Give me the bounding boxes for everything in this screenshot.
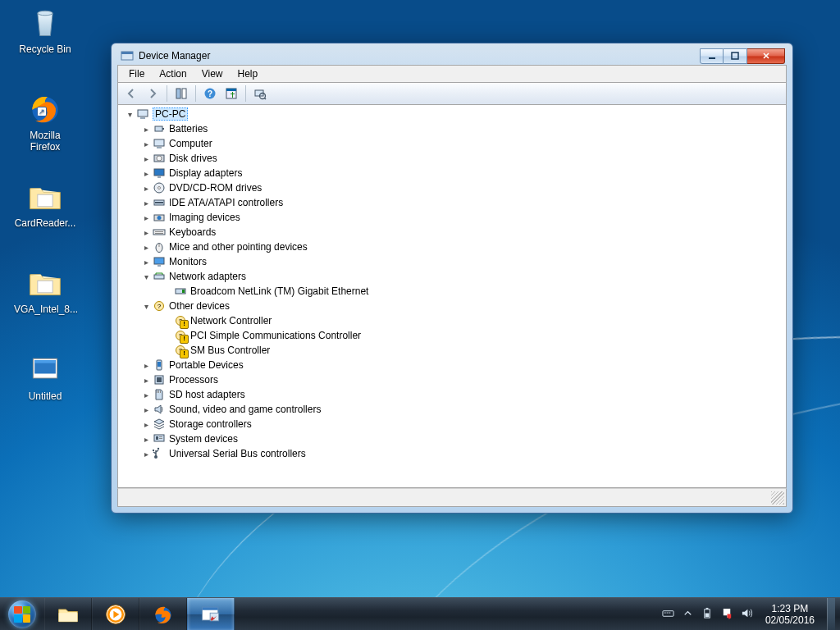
- system-tray: 1:23 PM 02/05/2016: [657, 598, 840, 630]
- menu-action[interactable]: Action: [152, 66, 194, 81]
- expand-icon[interactable]: ▸: [139, 199, 153, 208]
- taskbar-button-mmc[interactable]: [187, 598, 235, 631]
- tree-node[interactable]: ▸System devices: [118, 431, 786, 446]
- device-tree[interactable]: ▾PC-PC▸Batteries▸Computer▸Disk drives▸Di…: [118, 105, 786, 463]
- tree-node[interactable]: ▾Network adapters: [118, 269, 786, 284]
- tree-node[interactable]: ▸Batteries: [118, 121, 786, 136]
- desktop-icon-recycle-bin[interactable]: Recycle Bin: [14, 2, 76, 55]
- start-button[interactable]: [0, 598, 44, 631]
- tray-time: 1:23 PM: [765, 603, 815, 614]
- expand-icon[interactable]: ▸: [139, 228, 153, 237]
- expand-icon[interactable]: ▸: [139, 243, 153, 252]
- forward-button[interactable]: [143, 84, 162, 103]
- expand-icon[interactable]: ▸: [139, 390, 153, 399]
- expand-icon[interactable]: ▸: [139, 213, 153, 222]
- taskbar-button-firefox[interactable]: [139, 598, 187, 631]
- tree-node-label: PC-PC: [153, 107, 188, 121]
- tray-action-center-icon[interactable]: [721, 607, 733, 622]
- expand-icon[interactable]: ▸: [139, 139, 153, 148]
- svg-rect-34: [155, 202, 163, 203]
- help-button[interactable]: ?: [200, 84, 220, 103]
- expand-icon[interactable]: ▸: [139, 420, 153, 429]
- svg-point-67: [158, 448, 159, 450]
- tray-clock[interactable]: 1:23 PM 02/05/2016: [760, 603, 819, 626]
- tree-node[interactable]: ▸Mice and other pointing devices: [118, 240, 786, 254]
- expand-icon[interactable]: ▸: [139, 405, 153, 414]
- taskbar-button-explorer[interactable]: [44, 598, 92, 631]
- tree-node[interactable]: ▸Processors: [118, 372, 786, 387]
- collapse-icon[interactable]: ▾: [139, 272, 153, 281]
- minimize-button[interactable]: [700, 48, 724, 64]
- folder-icon: [25, 262, 65, 302]
- tree-node[interactable]: ▾?Other devices: [118, 299, 786, 313]
- svg-rect-44: [154, 275, 164, 279]
- tree-node[interactable]: ▸Imaging devices: [118, 210, 786, 225]
- expand-icon[interactable]: ▸: [139, 184, 153, 193]
- expand-icon[interactable]: ▸: [139, 169, 153, 178]
- back-button[interactable]: [121, 84, 141, 103]
- mmc-console-icon: [199, 603, 222, 626]
- properties-button[interactable]: [221, 84, 241, 103]
- tree-node[interactable]: ▸Monitors: [118, 254, 786, 269]
- expand-icon[interactable]: ▸: [139, 125, 153, 134]
- svg-rect-42: [154, 258, 164, 264]
- expand-icon[interactable]: ▸: [139, 376, 153, 385]
- desktop-icon-label: CardReader...: [14, 217, 76, 229]
- menu-help[interactable]: Help: [231, 66, 266, 81]
- tree-node[interactable]: ▸Storage controllers: [118, 417, 786, 431]
- tray-chevron-up-icon[interactable]: [682, 607, 694, 622]
- tray-battery-icon[interactable]: [701, 607, 714, 622]
- show-hide-console-tree-button[interactable]: [171, 84, 191, 103]
- device-manager-window: Device Manager File Action View Help ? ▾…: [111, 43, 793, 514]
- expand-icon[interactable]: ▸: [139, 361, 153, 370]
- maximize-button[interactable]: [724, 48, 747, 64]
- tray-volume-icon[interactable]: [741, 607, 753, 622]
- tree-node[interactable]: ▸Keyboards: [118, 225, 786, 240]
- tree-node[interactable]: ▸SD host adapters: [118, 387, 786, 402]
- tree-node[interactable]: ▸IDE ATA/ATAPI controllers: [118, 195, 786, 210]
- resize-grip[interactable]: [771, 491, 784, 504]
- desktop-icon-label: Untitled: [14, 390, 76, 402]
- show-desktop-button[interactable]: [827, 598, 835, 631]
- tree-node[interactable]: ?SM Bus Controller: [118, 343, 786, 358]
- expand-icon[interactable]: ▸: [139, 435, 153, 444]
- tree-node[interactable]: ▸Display adapters: [118, 166, 786, 180]
- tree-node[interactable]: ▸Disk drives: [118, 151, 786, 166]
- collapse-icon[interactable]: ▾: [139, 302, 153, 311]
- tray-keyboard-indicator-icon[interactable]: [662, 607, 674, 622]
- tree-node[interactable]: Broadcom NetLink (TM) Gigabit Ethernet: [118, 284, 786, 299]
- menu-file[interactable]: File: [121, 66, 152, 81]
- expand-icon[interactable]: ▸: [139, 258, 153, 267]
- svg-rect-46: [182, 290, 185, 293]
- svg-rect-60: [158, 390, 159, 393]
- svg-rect-59: [157, 390, 158, 393]
- menu-view[interactable]: View: [194, 66, 231, 81]
- desktop-icon-vga[interactable]: VGA_Intel_8...: [14, 262, 76, 315]
- desktop-icon-untitled[interactable]: Untitled: [14, 349, 76, 402]
- tree-node[interactable]: ▸DVD/CD-ROM drives: [118, 180, 786, 195]
- svg-rect-8: [121, 52, 133, 54]
- desktop-icon-cardreader[interactable]: CardReader...: [14, 176, 76, 229]
- tree-node[interactable]: ▸Sound, video and game controllers: [118, 402, 786, 417]
- scan-hardware-button[interactable]: [250, 84, 270, 103]
- tree-node[interactable]: ?PCI Simple Communications Controller: [118, 328, 786, 343]
- taskbar-button-media-player[interactable]: [92, 598, 139, 631]
- tree-node[interactable]: ▸Computer: [118, 136, 786, 151]
- nic-icon: [174, 285, 187, 298]
- tree-node[interactable]: ▾PC-PC: [118, 107, 786, 121]
- app-icon: [121, 49, 134, 62]
- titlebar[interactable]: Device Manager: [117, 48, 787, 65]
- tray-date: 02/05/2016: [765, 614, 815, 626]
- svg-rect-61: [160, 390, 161, 393]
- svg-rect-10: [732, 52, 738, 59]
- svg-rect-11: [176, 89, 180, 98]
- tree-node[interactable]: ▸Portable Devices: [118, 358, 786, 372]
- computer-icon: [153, 137, 166, 150]
- expand-icon[interactable]: ▸: [139, 154, 153, 163]
- expand-icon[interactable]: ▸: [139, 450, 153, 459]
- close-button[interactable]: [747, 48, 785, 64]
- tree-node[interactable]: ?Network Controller: [118, 313, 786, 328]
- desktop-icon-firefox[interactable]: ↗ Mozilla Firefox: [14, 89, 76, 153]
- collapse-icon[interactable]: ▾: [123, 110, 136, 119]
- tree-node[interactable]: ▸Universal Serial Bus controllers: [118, 446, 786, 461]
